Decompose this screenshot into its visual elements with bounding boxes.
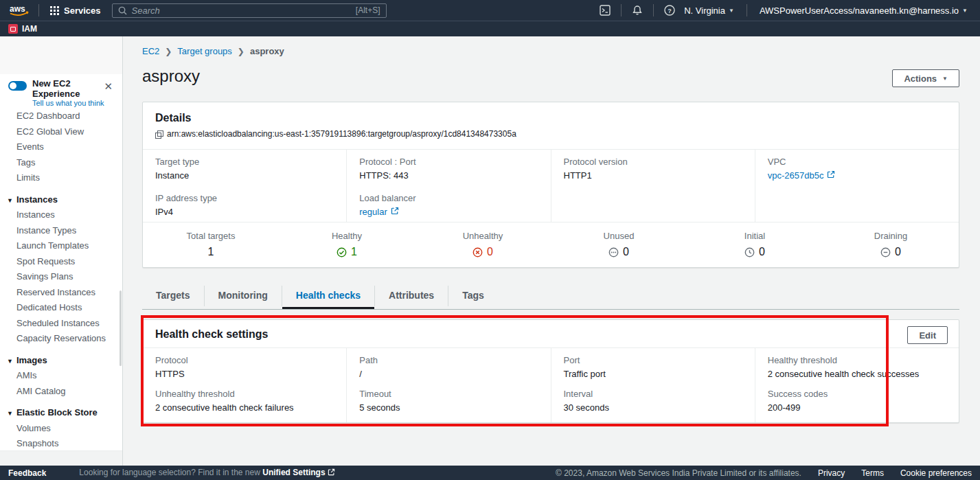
field-load-balancer: Load balancer regular [347, 185, 550, 222]
iam-shortcut[interactable]: IAM [8, 24, 37, 34]
sidebar-item-spot-requests[interactable]: Spot Requests [0, 254, 122, 270]
breadcrumb-ec2[interactable]: EC2 [142, 46, 159, 56]
field-hc-unhealthy-threshold: Unhealthy threshold 2 consecutive health… [143, 381, 346, 415]
sidebar-item-volumes[interactable]: Volumes [0, 421, 122, 437]
external-link-icon [328, 468, 335, 478]
field-hc-success-codes: Success codes 200-499 [755, 381, 959, 415]
sidebar-section-elastic-block-store[interactable]: ▼Elastic Block Store [0, 405, 122, 421]
stat-draining: Draining 0 [823, 222, 959, 267]
sidebar-item-events[interactable]: Events [0, 139, 122, 155]
details-grid: Target type Instance IP address type IPv… [143, 149, 959, 222]
sidebar-navigation: New EC2 Experience Tell us what you thin… [0, 36, 123, 466]
top-navigation-bar: aws Services [A [0, 0, 980, 21]
chevron-down-icon: ▼ [962, 8, 968, 14]
copyright-text: © 2023, Amazon Web Services India Privat… [556, 468, 801, 478]
experience-feedback-link[interactable]: Tell us what you think [32, 99, 114, 107]
unused-ellipsis-icon [608, 247, 619, 258]
copy-icon[interactable] [155, 130, 163, 138]
details-title: Details [155, 112, 946, 124]
sidebar-item-savings-plans[interactable]: Savings Plans [0, 269, 122, 285]
breadcrumb: EC2 ❯ Target groups ❯ asproxy [142, 46, 284, 56]
sidebar-item-tags[interactable]: Tags [0, 155, 122, 171]
services-label: Services [64, 5, 101, 16]
sidebar-item-reserved-instances[interactable]: Reserved Instances [0, 285, 122, 301]
actions-button[interactable]: Actions▼ [892, 69, 959, 87]
field-protocol-version: Protocol version HTTP1 [551, 149, 755, 185]
aws-logo[interactable]: aws [7, 3, 32, 18]
health-check-settings-card: Health check settings Edit Protocol HTTP… [142, 319, 959, 423]
sidebar-item-limits[interactable]: Limits [0, 170, 122, 186]
breadcrumb-target-groups[interactable]: Target groups [177, 46, 232, 56]
external-link-icon [391, 207, 399, 217]
search-shortcut: [Alt+S] [356, 5, 380, 15]
svg-text:aws: aws [10, 4, 25, 14]
sidebar-bottom-strip [0, 450, 122, 466]
cloudshell-icon[interactable] [596, 3, 614, 18]
sidebar-item-instances[interactable]: Instances [0, 207, 122, 223]
notifications-bell-icon[interactable] [628, 3, 646, 18]
sidebar-item-instance-types[interactable]: Instance Types [0, 223, 122, 239]
tab-monitoring[interactable]: Monitoring [205, 283, 282, 309]
load-balancer-link[interactable]: regular [359, 207, 538, 217]
global-search[interactable]: [Alt+S] [112, 3, 387, 18]
sidebar-section-images[interactable]: ▼Images [0, 353, 122, 369]
sidebar-scrollbar[interactable] [119, 290, 122, 366]
field-ip-address-type: IP address type IPv4 [143, 185, 346, 222]
sidebar-items: EC2 Dashboard EC2 Global View Events Tag… [0, 102, 122, 452]
tab-targets[interactable]: Targets [142, 283, 204, 309]
close-icon[interactable]: ✕ [104, 81, 113, 91]
footer-bar: Feedback Looking for language selection?… [0, 466, 980, 480]
experience-title: New EC2 Experience [32, 78, 114, 99]
unified-settings-link[interactable]: Unified Settings [262, 468, 325, 477]
feedback-button[interactable]: Feedback [8, 468, 46, 478]
sidebar-item-ec2-dashboard[interactable]: EC2 Dashboard [0, 108, 122, 124]
stat-initial: Initial 0 [687, 222, 823, 267]
cookie-preferences-link[interactable]: Cookie preferences [900, 468, 972, 478]
target-group-arn: arn:aws:elasticloadbalancing:us-east-1:3… [167, 129, 516, 139]
page-title: asproxy [142, 67, 200, 86]
sidebar-item-dedicated-hosts[interactable]: Dedicated Hosts [0, 300, 122, 316]
draining-minus-icon [880, 247, 891, 258]
stat-total-targets: Total targets 1 [143, 222, 279, 267]
sidebar-item-snapshots[interactable]: Snapshots [0, 436, 122, 452]
stat-unused: Unused 0 [551, 222, 687, 267]
divider [747, 4, 747, 16]
account-menu[interactable]: AWSPowerUserAccess/navaneeth.kn@harness.… [754, 5, 973, 16]
sidebar-item-amis[interactable]: AMIs [0, 368, 122, 384]
sidebar-item-capacity-reservations[interactable]: Capacity Reservations [0, 331, 122, 347]
services-grid-icon [50, 6, 59, 15]
tab-bar: Targets Monitoring Health checks Attribu… [142, 283, 959, 310]
region-selector[interactable]: N. Virginia▼ [679, 5, 740, 16]
field-hc-healthy-threshold: Healthy threshold 2 consecutive health c… [755, 347, 959, 381]
new-experience-toggle[interactable] [8, 81, 27, 91]
new-ec2-experience-panel: New EC2 Experience Tell us what you thin… [0, 74, 122, 102]
field-protocol-port: Protocol : Port HTTPS: 443 [347, 149, 550, 185]
triangle-down-icon: ▼ [7, 358, 13, 365]
vpc-link[interactable]: vpc-2657db5c [768, 170, 946, 181]
triangle-down-icon: ▼ [7, 410, 13, 417]
sidebar-section-instances[interactable]: ▼Instances [0, 192, 122, 208]
services-menu-button[interactable]: Services [46, 5, 105, 16]
help-icon[interactable]: ? [661, 3, 679, 18]
sidebar-item-ami-catalog[interactable]: AMI Catalog [0, 384, 122, 400]
main-content: EC2 ❯ Target groups ❯ asproxy asproxy Ac… [123, 36, 980, 466]
sidebar-item-launch-templates[interactable]: Launch Templates [0, 238, 122, 254]
tab-health-checks[interactable]: Health checks [282, 283, 374, 309]
edit-button[interactable]: Edit [907, 326, 948, 344]
favorites-bar: IAM [0, 21, 980, 36]
target-health-stats: Total targets 1 Healthy 1 Unhealthy 0 [143, 222, 959, 267]
chevron-down-icon: ▼ [942, 76, 948, 82]
tab-attributes[interactable]: Attributes [375, 283, 448, 309]
terms-link[interactable]: Terms [861, 468, 884, 478]
field-hc-port: Port Traffic port [551, 347, 755, 381]
search-input[interactable] [132, 5, 356, 16]
field-hc-path: Path / [347, 347, 550, 381]
triangle-down-icon: ▼ [7, 197, 13, 204]
field-hc-timeout: Timeout 5 seconds [347, 381, 550, 415]
tab-tags[interactable]: Tags [448, 283, 498, 309]
privacy-link[interactable]: Privacy [818, 468, 845, 478]
sidebar-item-scheduled-instances[interactable]: Scheduled Instances [0, 316, 122, 332]
sidebar-item-ec2-global-view[interactable]: EC2 Global View [0, 124, 122, 140]
aws-console-screen: aws Services [A [0, 0, 980, 480]
field-target-type: Target type Instance [143, 149, 346, 185]
